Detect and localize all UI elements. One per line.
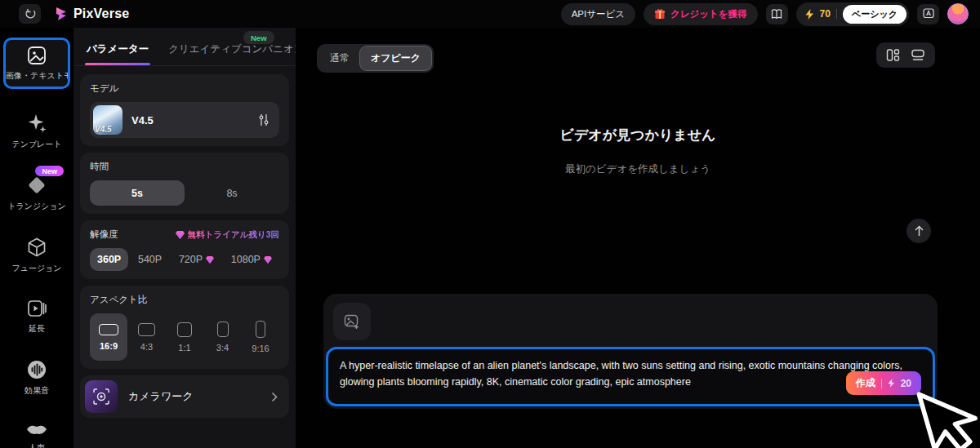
avatar[interactable] [947,3,969,24]
queue-mode-tabs: 通常 オフピーク [317,44,434,73]
camera-work-row[interactable]: カメラワーク [85,380,284,413]
sidebar-item-label: 延長 [29,323,45,335]
aspect-ratio-card: アスペクト比 16:9 4:3 1:1 [80,286,289,369]
brand-name: PixVerse [74,7,129,21]
prompt-input[interactable]: A hyper-realistic timelapse of an alien … [326,347,935,406]
earn-credits-button[interactable]: クレジットを獲得 [644,3,758,25]
tab-parameters[interactable]: パラメーター [87,42,149,65]
gem-icon [176,231,185,239]
grid-view-icon[interactable] [886,48,900,62]
aspect-16-9[interactable]: 16:9 [90,313,127,361]
resolution-header: 解像度 無料トライアル残り3回 [90,228,279,241]
arrow-up-icon [914,225,924,237]
sliders-icon[interactable] [258,113,270,126]
topbar-actions: APIサービス クレジットを獲得 [561,2,969,26]
sidebar-item-fusion[interactable]: フュージョン [3,231,70,279]
lightning-icon [805,9,814,20]
empty-subtitle: 最初のビデオを作成しましょう [296,162,980,176]
duration-8s[interactable]: 8s [185,180,279,206]
sparkle-icon [26,113,47,134]
sidebar-item-image-text-mode[interactable]: 画像・テキストモード [3,38,70,89]
model-name: V4.5 [131,114,154,126]
diamond-icon [26,175,47,196]
resolution-label: 解像度 [90,228,118,241]
duration-5s[interactable]: 5s [90,180,185,206]
sidebar: 画像・テキストモード テンプレート New トランジション [0,28,74,448]
mode-normal-tab[interactable]: 通常 [319,47,360,70]
panel-cards: モデル V4.5 V4.5 時間 [74,66,296,426]
resolution-720p[interactable]: 720P [172,248,221,271]
sidebar-item-label: テンプレート [11,139,61,150]
aspect-1-1[interactable]: 1:1 [166,313,203,361]
chevron-right-icon [271,392,278,402]
back-arrow-icon [24,8,36,20]
docs-button[interactable] [766,4,788,24]
energy-count: 70 [820,8,831,20]
add-image-button[interactable] [333,303,371,340]
sidebar-item-sound-effects[interactable]: 効果音 [3,353,70,401]
aspect-1-1-icon [177,322,192,337]
main-area: 通常 オフピーク ビデオが見つかりません 最初のビデオを作成しましょう [296,28,980,448]
scroll-to-top-button[interactable] [906,219,931,243]
new-badge: New [35,166,64,176]
sidebar-item-label: 効果音 [24,385,49,397]
resolution-360p[interactable]: 360P [90,248,128,271]
tab-creative-companion[interactable]: クリエイティブコンパニオン [168,42,304,65]
duration-card: 時間 5s 8s [80,153,289,214]
aspect-3-4-icon [217,322,229,337]
aspect-9-16-icon [256,321,265,338]
duration-options: 5s 8s [90,180,279,206]
model-thumbnail: V4.5 [93,105,122,135]
aspect-9-16[interactable]: 9:16 [242,313,279,361]
resolution-card: 解像度 無料トライアル残り3回 360P 540P [80,220,289,279]
panel-tabs: パラメーター クリエイティブコンパニオン New [74,28,296,66]
sidebar-item-transition[interactable]: New トランジション [3,169,70,217]
aspect-3-4[interactable]: 3:4 [204,313,242,361]
camera-work-label: カメラワーク [128,389,261,404]
credit-balance[interactable]: 70 ベーシック [796,2,909,26]
model-label: モデル [90,82,279,95]
sidebar-item-voice[interactable]: 人声 [3,415,70,448]
extend-video-icon [26,299,47,318]
gem-icon [206,256,214,264]
language-button[interactable] [917,4,939,24]
resolution-options: 360P 540P 720P 1080P [90,248,279,271]
image-text-mode-icon [26,46,47,65]
aspect-4-3[interactable]: 4:3 [128,313,166,361]
aspect-16-9-icon [99,324,118,335]
prompt-composer: A hyper-realistic timelapse of an alien … [323,294,938,409]
mode-offpeak-tab[interactable]: オフピーク [360,47,431,70]
gift-icon [654,8,666,20]
sidebar-item-template[interactable]: テンプレート [3,107,70,155]
empty-title: ビデオが見つかりません [296,126,980,144]
add-image-icon [344,314,360,330]
content: 画像・テキストモード テンプレート New トランジション [0,28,980,448]
language-icon [923,8,934,20]
lips-icon [25,421,48,437]
create-label: 作成 [856,376,875,390]
free-trial-note: 無料トライアル残り3回 [176,229,279,241]
brand[interactable]: PixVerse [56,7,129,21]
aspect-ratio-label: アスペクト比 [90,294,279,306]
row-view-icon[interactable] [911,48,925,62]
camera-work-card: カメラワーク [80,375,289,418]
prompt-text: A hyper-realistic timelapse of an alien … [340,357,921,390]
sidebar-item-extend[interactable]: 延長 [3,293,70,339]
model-selector[interactable]: V4.5 V4.5 [90,102,279,138]
resolution-540p[interactable]: 540P [131,248,169,271]
model-card: モデル V4.5 V4.5 [80,74,289,146]
api-service-button[interactable]: APIサービス [561,3,635,25]
companion-new-badge: New [243,31,274,44]
plan-badge[interactable]: ベーシック [843,5,906,24]
back-button[interactable] [19,4,41,24]
parameter-panel: パラメーター クリエイティブコンパニオン New モデル V4.5 V4.5 [74,28,296,448]
duration-label: 時間 [90,161,279,173]
view-toggle [876,42,935,68]
sidebar-item-label: トランジション [7,201,66,212]
sidebar-item-label: 人声 [29,442,45,448]
resolution-1080p[interactable]: 1080P [224,248,279,271]
divider [836,9,837,19]
aspect-ratio-options: 16:9 4:3 1:1 3:4 [90,313,279,361]
pixverse-logo-icon [56,7,68,21]
sound-effect-icon [26,359,47,380]
